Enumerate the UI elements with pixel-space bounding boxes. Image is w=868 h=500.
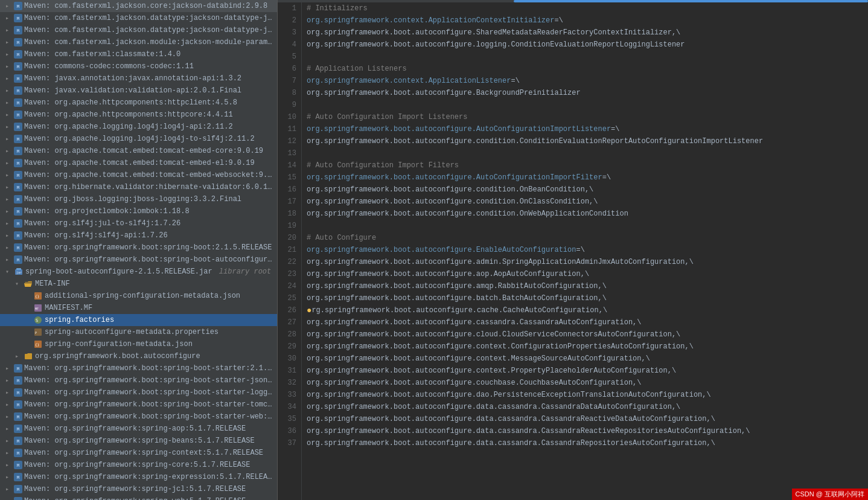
code-line: org.springframework.boot.autoconfigure.d…	[307, 389, 868, 401]
tree-item-file-spring-factories[interactable]: Sspring.factories	[0, 314, 277, 326]
line-number: 8	[280, 87, 296, 99]
expand-icon: ▾	[2, 267, 12, 277]
maven-icon: M	[14, 98, 22, 107]
expand-icon	[22, 291, 31, 301]
expand-icon	[22, 303, 31, 313]
tree-item-maven-10[interactable]: ▸MMaven: org.apache.httpcomponents:httpc…	[0, 109, 277, 121]
expand-icon: ▸	[2, 436, 12, 446]
tree-item-maven-starter-logging[interactable]: ▸MMaven: org.springframework.boot:spring…	[0, 386, 277, 399]
expand-icon: ▸	[2, 472, 12, 482]
tree-item-file-spring-config[interactable]: {}spring-configuration-metadata.json	[0, 338, 277, 350]
line-number: 1	[280, 2, 296, 14]
tree-item-maven-4[interactable]: ▸MMaven: com.fasterxml.jackson.module:ja…	[0, 36, 277, 48]
tree-item-file-autoconfigure-metadata[interactable]: Pspring-autoconfigure-metadata.propertie…	[0, 326, 277, 338]
svg-text:S: S	[36, 318, 38, 323]
json-icon: {}	[33, 339, 43, 349]
tree-label: Maven: org.springframework:spring-contex…	[24, 449, 263, 457]
tree-item-maven-web[interactable]: ▸MMaven: org.springframework:spring-web:…	[0, 495, 277, 500]
tree-item-maven-starter-tomcat[interactable]: ▸MMaven: org.springframework.boot:spring…	[0, 399, 277, 411]
tree-item-maven-20[interactable]: ▸MMaven: org.slf4j:slf4j-api:1.7.26	[0, 229, 277, 242]
tree-item-jar-autoconfigure[interactable]: ▾jarspring-boot-autoconfigure-2.1.5.RELE…	[0, 266, 277, 278]
tree-item-maven-3[interactable]: ▸MMaven: com.fasterxml.jackson.datatype:…	[0, 24, 277, 36]
code-line: org.springframework.boot.autoconfigure.S…	[307, 27, 868, 39]
tree-item-maven-18[interactable]: ▸MMaven: org.projectlombok:lombok:1.18.8	[0, 205, 277, 217]
tree-item-maven-starter-web[interactable]: ▸MMaven: org.springframework.boot:spring…	[0, 411, 277, 423]
line-number: 13	[280, 147, 296, 159]
code-line	[307, 220, 868, 232]
editor-scrollbar-thumb	[514, 0, 868, 2]
maven-icon: M	[14, 376, 22, 385]
tree-item-folder-springframework[interactable]: ▸org.springframework.boot.autoconfigure	[0, 350, 277, 362]
tree-label: Maven: org.springframework.boot:spring-b…	[24, 243, 272, 252]
maven-icon: M	[14, 485, 22, 493]
tree-item-maven-2[interactable]: ▸MMaven: com.fasterxml.jackson.datatype:…	[0, 12, 277, 24]
maven-icon: M	[14, 195, 22, 204]
line-number: 11	[280, 123, 296, 135]
expand-icon: ▸	[2, 460, 12, 470]
tree-item-maven-11[interactable]: ▸MMaven: org.apache.logging.log4j:log4j-…	[0, 121, 277, 133]
tree-item-maven-starter-json[interactable]: ▸MMaven: org.springframework.boot:spring…	[0, 374, 277, 386]
line-number: 31	[280, 365, 296, 377]
tree-item-file-json[interactable]: {}additional-spring-configuration-metada…	[0, 290, 277, 302]
line-number: 7	[280, 75, 296, 87]
code-line: org.springframework.boot.autoconfigure.c…	[307, 365, 868, 377]
tree-item-file-manifest[interactable]: MFMANIFEST.MF	[0, 302, 277, 314]
expand-icon: ▸	[2, 170, 12, 180]
tree-item-maven-22[interactable]: ▸MMaven: org.springframework.boot:spring…	[0, 254, 277, 266]
line-number: 33	[280, 389, 296, 401]
code-line: org.springframework.boot.autoconfigure.a…	[307, 280, 868, 292]
tree-item-folder-meta-inf[interactable]: ▾META-INF	[0, 278, 277, 290]
tree-item-maven-19[interactable]: ▸MMaven: org.slf4j:jul-to-slf4j:1.7.26	[0, 217, 277, 229]
tree-item-maven-9[interactable]: ▸MMaven: org.apache.httpcomponents:httpc…	[0, 97, 277, 109]
tree-item-maven-aop[interactable]: ▸MMaven: org.springframework:spring-aop:…	[0, 423, 277, 435]
line-numbers: 1234567891011121314151617181920212223242…	[278, 2, 302, 500]
tree-item-maven-15[interactable]: ▸MMaven: org.apache.tomcat.embed:tomcat-…	[0, 169, 277, 181]
tree-label: Maven: org.springframework.boot:spring-b…	[24, 376, 275, 385]
code-line: org.springframework.boot.autoconfigure.c…	[307, 341, 868, 353]
tree-item-maven-jcl[interactable]: ▸MMaven: org.springframework:spring-jcl:…	[0, 483, 277, 495]
expand-icon: ▸	[2, 110, 12, 120]
tree-item-maven-21[interactable]: ▸MMaven: org.springframework.boot:spring…	[0, 242, 277, 254]
tree-item-maven-expression[interactable]: ▸MMaven: org.springframework:spring-expr…	[0, 471, 277, 483]
code-line: org.springframework.boot.autoconfigure.c…	[307, 329, 868, 341]
maven-icon: M	[14, 231, 22, 240]
tree-item-maven-6[interactable]: ▸MMaven: commons-codec:commons-codec:1.1…	[0, 60, 277, 72]
expand-icon: ▸	[2, 37, 12, 47]
tree-item-maven-1[interactable]: ▸MMaven: com.fasterxml.jackson.core:jack…	[0, 0, 277, 12]
svg-text:P: P	[35, 331, 37, 335]
tree-item-maven-13[interactable]: ▸MMaven: org.apache.tomcat.embed:tomcat-…	[0, 145, 277, 157]
tree-label: Maven: com.fasterxml.jackson.datatype:ja…	[24, 26, 275, 34]
tree-item-maven-context[interactable]: ▸MMaven: org.springframework:spring-cont…	[0, 447, 277, 459]
tree-item-maven-17[interactable]: ▸MMaven: org.jboss.logging:jboss-logging…	[0, 193, 277, 205]
maven-icon: M	[14, 183, 22, 191]
tree-item-maven-5[interactable]: ▸MMaven: com.fasterxml:classmate:1.4.0	[0, 48, 277, 60]
tree-item-maven-7[interactable]: ▸MMaven: javax.annotation:javax.annotati…	[0, 72, 277, 85]
maven-icon: M	[14, 207, 22, 216]
tree-label: additional-spring-configuration-metadata…	[45, 292, 240, 300]
tree-item-maven-16[interactable]: ▸MMaven: org.hibernate.validator:hiberna…	[0, 181, 277, 193]
svg-rect-1	[16, 268, 21, 270]
maven-icon: M	[14, 243, 22, 252]
tree-item-maven-8[interactable]: ▸MMaven: javax.validation:validation-api…	[0, 85, 277, 97]
tree-item-maven-beans[interactable]: ▸MMaven: org.springframework:spring-bean…	[0, 435, 277, 447]
tree-label: org.springframework.boot.autoconfigure	[35, 352, 200, 361]
code-line: org.springframework.boot.autoconfigure.c…	[307, 135, 868, 147]
maven-icon: M	[14, 26, 22, 34]
line-number: 24	[280, 280, 296, 292]
code-editor: 1234567891011121314151617181920212223242…	[278, 0, 868, 500]
tree-item-maven-core[interactable]: ▸MMaven: org.springframework:spring-core…	[0, 459, 277, 471]
file-tree-sidebar[interactable]: ▸MMaven: com.fasterxml.jackson.core:jack…	[0, 0, 278, 500]
line-number: 10	[280, 111, 296, 123]
line-number: 2	[280, 14, 296, 27]
maven-icon: M	[14, 461, 22, 469]
expand-icon: ▸	[2, 158, 12, 168]
maven-icon: M	[14, 111, 22, 119]
tree-item-maven-12[interactable]: ▸MMaven: org.apache.logging.log4j:log4j-…	[0, 133, 277, 145]
tree-label: Maven: org.springframework:spring-aop:5.…	[24, 425, 246, 433]
tree-item-maven-14[interactable]: ▸MMaven: org.apache.tomcat.embed:tomcat-…	[0, 157, 277, 169]
maven-icon: M	[14, 159, 22, 167]
expand-icon: ▸	[2, 484, 12, 494]
tree-item-maven-starter[interactable]: ▸MMaven: org.springframework.boot:spring…	[0, 362, 277, 374]
maven-icon: M	[14, 74, 22, 83]
expand-icon: ▸	[2, 219, 12, 228]
